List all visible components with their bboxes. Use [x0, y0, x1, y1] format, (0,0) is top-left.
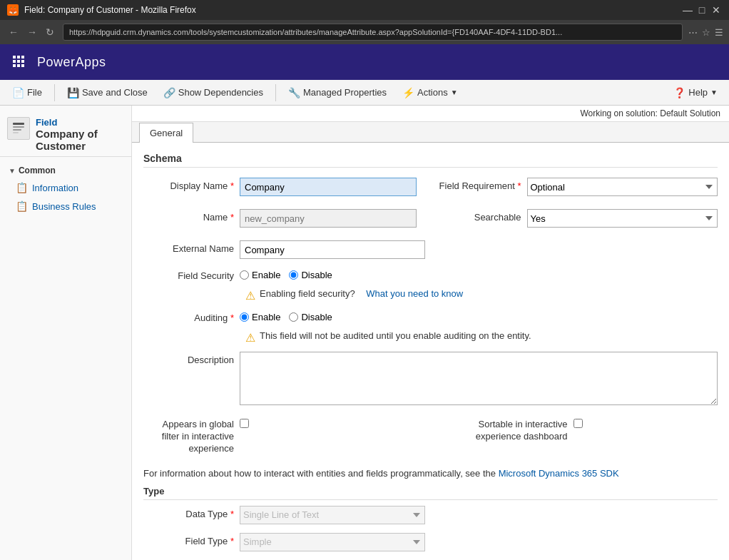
field-security-disable-radio[interactable] [289, 270, 298, 280]
field-security-enable-radio[interactable] [240, 270, 249, 280]
svg-rect-6 [13, 64, 16, 67]
sidebar: Field Company of Customer ▼ Common 📋 Inf… [0, 106, 132, 560]
svg-rect-2 [21, 56, 24, 58]
save-close-button[interactable]: 💾 Save and Close [61, 83, 154, 103]
auditing-warning-icon: ⚠ [245, 331, 255, 345]
close-window-button[interactable]: ✕ [710, 4, 722, 16]
sdk-link[interactable]: Microsoft Dynamics 365 SDK [499, 468, 619, 479]
tab-general[interactable]: General [139, 123, 193, 143]
svg-rect-7 [17, 64, 20, 67]
sortable-row: Sortable in interactive experience dashb… [431, 414, 718, 444]
app-grid-button[interactable] [9, 51, 30, 73]
field-type-row: Field Type * Simple [143, 531, 718, 553]
auditing-disable-option[interactable]: Disable [289, 312, 332, 322]
file-icon: 📄 [12, 87, 24, 98]
back-button[interactable]: ← [6, 25, 21, 39]
name-label: Name * [143, 209, 240, 223]
display-name-col: Display Name * [143, 176, 431, 203]
field-type-select[interactable]: Simple [240, 533, 425, 551]
refresh-button[interactable]: ↻ [43, 25, 57, 39]
schema-heading: Schema [143, 153, 718, 168]
working-on-text: Working on solution: Default Solution [580, 108, 720, 118]
auditing-disable-radio[interactable] [289, 312, 298, 322]
field-security-row: Field Security Enable Disable [143, 266, 718, 282]
more-options-button[interactable]: ⋯ [688, 27, 698, 38]
url-input[interactable] [63, 24, 683, 41]
sidebar-field-label[interactable]: Field [36, 117, 124, 128]
description-control [240, 352, 718, 407]
browser-extra-buttons[interactable]: ⋯ ☆ ☰ [688, 27, 723, 38]
auditing-disable-label: Disable [301, 312, 332, 322]
help-button[interactable]: ❓ Help ▼ [668, 84, 723, 101]
show-dependencies-button[interactable]: 🔗 Show Dependencies [157, 83, 270, 103]
help-label: Help [688, 87, 708, 98]
sidebar-entity-text: Field Company of Customer [36, 117, 124, 152]
field-security-disable-label: Disable [301, 270, 332, 280]
save-icon: 💾 [67, 87, 79, 98]
sidebar-item-information[interactable]: 📋 Information [0, 178, 131, 197]
business-rules-nav-icon: 📋 [16, 200, 28, 212]
field-security-disable-option[interactable]: Disable [289, 270, 332, 280]
managed-properties-label: Managed Properties [303, 87, 387, 98]
display-name-control [240, 178, 417, 196]
managed-icon: 🔧 [288, 87, 300, 98]
searchable-select[interactable]: Yes No [527, 209, 718, 228]
section-common-label: Common [19, 166, 56, 175]
description-textarea[interactable] [240, 352, 718, 405]
nav-buttons[interactable]: ← → ↻ [6, 25, 57, 39]
searchable-row: Searchable Yes No [431, 208, 718, 229]
global-filter-checkbox[interactable] [240, 419, 249, 428]
auditing-warning-row: ⚠ This field will not be audited until y… [245, 330, 718, 345]
bookmark-button[interactable]: ☆ [702, 27, 710, 38]
name-row: Name * Searchable [143, 208, 718, 235]
forward-button[interactable]: → [24, 25, 40, 39]
minimize-button[interactable]: — [682, 4, 693, 16]
field-requirement-row: Field Requirement * Optional Business Re… [431, 176, 718, 198]
type-heading: Type [143, 486, 718, 500]
sortable-checkbox[interactable] [573, 419, 583, 428]
app-header: PowerApps [0, 44, 729, 80]
sortable-col: Sortable in interactive experience dashb… [431, 414, 718, 462]
searchable-label: Searchable [431, 209, 527, 223]
app-name: PowerApps [37, 55, 106, 70]
name-col: Name * [143, 208, 431, 235]
global-filter-control [240, 416, 417, 430]
auditing-enable-radio[interactable] [240, 312, 249, 322]
field-requirement-label: Field Requirement * [431, 178, 527, 191]
sidebar-section-common[interactable]: ▼ Common [0, 163, 131, 178]
address-bar-container: ← → ↻ ⋯ ☆ ☰ [0, 20, 729, 44]
tab-general-label: General [150, 128, 183, 138]
field-type-required: * [230, 536, 234, 546]
browser-controls[interactable]: — □ ✕ [682, 4, 722, 16]
name-input[interactable] [240, 209, 417, 228]
svg-rect-1 [17, 56, 20, 58]
field-requirement-select[interactable]: Optional Business Required Business Reco… [527, 178, 718, 196]
data-type-row: Data Type * Single Line of Text [143, 504, 718, 526]
external-name-input[interactable] [240, 240, 425, 259]
data-type-select[interactable]: Single Line of Text [240, 506, 425, 524]
svg-rect-4 [17, 60, 20, 63]
file-label: File [27, 87, 42, 98]
managed-properties-button[interactable]: 🔧 Managed Properties [282, 83, 393, 103]
field-security-warning-text: Enabling field security? [260, 288, 355, 299]
content-area: Working on solution: Default Solution Ge… [132, 106, 729, 560]
svg-rect-5 [21, 60, 24, 63]
sidebar-entity-icon [7, 117, 30, 140]
file-button[interactable]: 📄 File [6, 83, 49, 103]
external-name-row: External Name [143, 239, 718, 260]
field-security-control: Enable Disable [240, 268, 718, 280]
field-requirement-required: * [517, 180, 521, 191]
actions-button[interactable]: ⚡ Actions ▼ [396, 83, 464, 103]
display-name-input[interactable] [240, 178, 417, 196]
svg-rect-9 [13, 123, 24, 125]
svg-rect-0 [13, 56, 16, 58]
field-security-enable-option[interactable]: Enable [240, 270, 280, 280]
browser-titlebar: 🦊 Field: Company of Customer - Mozilla F… [0, 0, 729, 20]
auditing-enable-option[interactable]: Enable [240, 312, 280, 322]
sidebar-item-business-rules[interactable]: 📋 Business Rules [0, 197, 131, 215]
menu-button[interactable]: ☰ [715, 27, 723, 38]
field-security-warning-row: ⚠ Enabling field security? What you need… [245, 288, 718, 302]
what-you-need-link[interactable]: What you need to know [366, 288, 463, 299]
svg-rect-12 [13, 132, 19, 133]
maximize-button[interactable]: □ [696, 4, 708, 16]
